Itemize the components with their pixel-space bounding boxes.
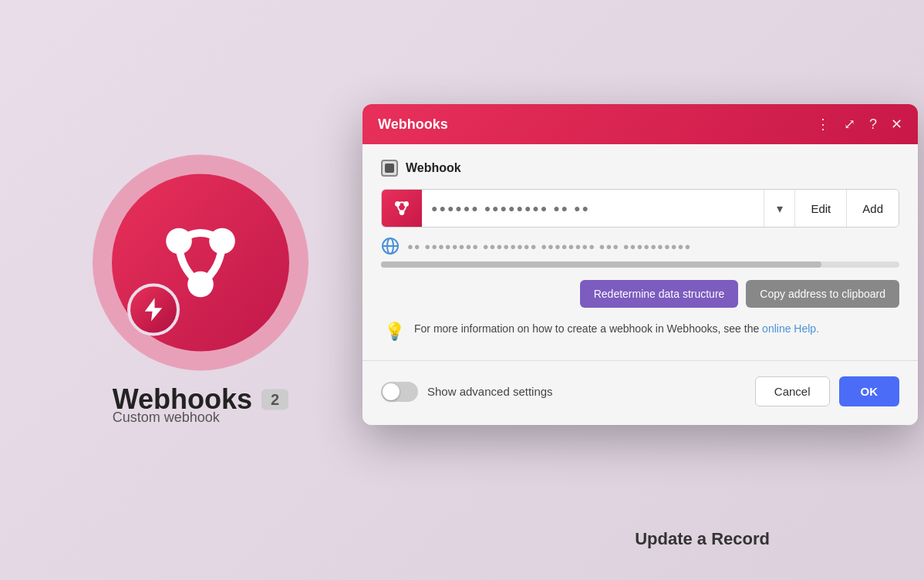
modal-body: Webhook ▾ Edit Add: [363, 144, 918, 425]
cancel-button[interactable]: Cancel: [755, 376, 830, 406]
info-text: For more information on how to create a …: [414, 320, 819, 337]
more-options-icon[interactable]: ⋮: [816, 116, 830, 133]
logo-outer-circle: [93, 155, 309, 371]
copy-clipboard-button[interactable]: Copy address to clipboard: [746, 280, 899, 308]
progress-bar-container: [381, 261, 899, 268]
app-title-area: Webhooks 2 Custom webhook: [113, 383, 288, 426]
checkbox-inner: [385, 164, 394, 173]
section-title: Webhook: [406, 161, 461, 175]
lightning-badge: [127, 284, 180, 336]
redetermine-button[interactable]: Redetermine data structure: [580, 280, 739, 308]
expand-icon[interactable]: ⤢: [844, 116, 855, 133]
lightning-icon: [140, 296, 167, 324]
toggle-label: Show advanced settings: [427, 385, 553, 398]
logo-container: Webhooks 2 Custom webhook: [93, 155, 309, 426]
online-help-link[interactable]: online Help.: [762, 322, 819, 335]
url-display-row: ●● ●●●●●●●● ●●●●●●●● ●●●●●●●● ●●● ●●●●●●…: [381, 237, 899, 255]
modal-title: Webhooks: [378, 116, 448, 133]
divider: [363, 360, 918, 361]
webhook-url-input[interactable]: [422, 190, 764, 227]
info-row: 💡 For more information on how to create …: [381, 320, 899, 342]
app-badge: 2: [261, 389, 288, 410]
advanced-settings-toggle[interactable]: [381, 382, 418, 402]
toggle-container: Show advanced settings: [381, 382, 553, 402]
toggle-knob: [383, 383, 400, 400]
modal-header: Webhooks ⋮ ⤢ ? ✕: [363, 104, 918, 144]
modal-controls: ⋮ ⤢ ? ✕: [816, 116, 902, 133]
logo-inner-circle: [112, 174, 289, 352]
url-display-text: ●● ●●●●●●●● ●●●●●●●● ●●●●●●●● ●●● ●●●●●●…: [407, 241, 899, 252]
globe-icon: [381, 237, 400, 255]
webhooks-modal: Webhooks ⋮ ⤢ ? ✕ Webhook: [363, 104, 918, 425]
info-text-content: For more information on how to create a …: [414, 322, 762, 335]
dropdown-arrow-icon: ▾: [777, 201, 783, 216]
progress-bar-fill: [381, 261, 821, 268]
section-checkbox[interactable]: [381, 160, 398, 177]
webhook-url-row: ▾ Edit Add: [381, 189, 899, 228]
action-buttons-row: Redetermine data structure Copy address …: [381, 280, 899, 308]
bottom-text: Update a Record: [635, 529, 770, 549]
webhook-icon-cell: [382, 190, 422, 227]
section-header: Webhook: [381, 160, 899, 177]
modal-footer: Show advanced settings Cancel OK: [381, 376, 899, 410]
add-button[interactable]: Add: [846, 190, 899, 227]
bulb-icon: 💡: [384, 322, 405, 342]
edit-button[interactable]: Edit: [794, 190, 846, 227]
close-icon[interactable]: ✕: [891, 116, 902, 133]
app-subtitle: Custom webhook: [113, 410, 288, 426]
help-icon[interactable]: ?: [869, 116, 877, 133]
footer-buttons: Cancel OK: [755, 376, 899, 406]
ok-button[interactable]: OK: [839, 376, 900, 406]
webhook-dropdown-button[interactable]: ▾: [764, 190, 794, 227]
webhook-small-icon: [391, 197, 413, 219]
